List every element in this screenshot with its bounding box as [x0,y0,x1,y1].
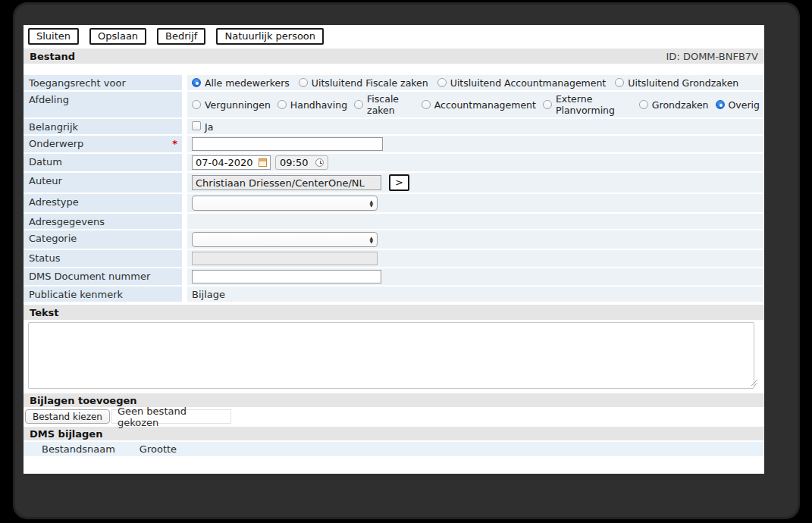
label-text: Adresgegevens [29,216,105,227]
radio-overig[interactable]: Overig [716,99,760,111]
field-value: 07-04-2020 09:50 [187,154,764,171]
label-text: Adrestype [29,196,79,208]
field-label: Adresgegevens [24,214,182,229]
dms-document-nummer-input[interactable] [192,270,381,283]
radio-label: Externe Planvorming [556,93,632,116]
label-text: Afdeling [29,94,69,105]
status-input [192,252,378,265]
date-value: 07-04-2020 [196,157,253,168]
field-value: Alle medewerkers Uitsluitend Fiscale zak… [187,75,764,90]
required-marker: * [172,138,177,149]
time-input[interactable]: 09:50 [275,155,328,170]
tekst-area-wrap [28,322,760,389]
date-input[interactable]: 07-04-2020 [192,155,271,170]
radio-label: Overig [729,99,760,111]
form-row-adrestype: Adrestype ▲▼ [24,194,764,212]
field-value: Bijlage [187,287,764,302]
radio-uitsluitend-grondzaken[interactable]: Uitsluitend Grondzaken [615,77,738,89]
section-title-dms-bijlagen: DMS bijlagen [30,428,102,440]
radio-icon[interactable] [543,100,552,109]
radio-label: Handhaving [290,99,347,111]
field-value: ▲▼ [187,230,764,249]
time-value: 09:50 [280,157,308,168]
radio-externe-planvorming[interactable]: Externe Planvorming [543,93,632,116]
calendar-icon[interactable] [259,158,267,167]
sluiten-button[interactable]: Sluiten [28,28,79,45]
toolbar: Sluiten Opslaan Bedrijf Natuurlijk perso… [28,28,764,45]
dms-column-grootte: Grootte [140,443,177,455]
form-row-datum: Datum 07-04-2020 09:50 [24,154,764,171]
label-text: Datum [29,156,62,168]
radio-grondzaken[interactable]: Grondzaken [639,99,709,111]
field-value [187,268,764,285]
onderwerp-input[interactable] [192,137,383,151]
belangrijk-checkbox[interactable] [192,121,201,130]
form-row-publicatie-kenmerk: Publicatie kenmerk Bijlage [24,287,764,302]
bestand-kiezen-button[interactable]: Bestand kiezen [25,409,110,424]
radio-icon[interactable] [192,78,201,87]
radio-label: Uitsluitend Accountmanagement [450,77,607,89]
radio-icon[interactable] [639,100,648,109]
radio-icon[interactable] [354,100,363,109]
field-label: Onderwerp * [24,136,182,152]
label-text: Auteur [29,175,62,186]
radio-icon[interactable] [716,100,725,109]
field-value: > [187,173,764,193]
field-label: Status [24,250,182,267]
no-file-chosen-text: Geen bestand gekozen [111,409,231,424]
datetime-group: 07-04-2020 09:50 [192,155,328,170]
radio-handhaving[interactable]: Handhaving [277,99,347,111]
radio-label: Vergunningen [205,99,271,111]
radio-icon[interactable] [277,100,287,109]
field-label: Auteur [24,173,182,193]
field-value [187,136,764,152]
field-value: ▲▼ [187,194,764,212]
radio-label: Uitsluitend Fiscale zaken [312,77,428,89]
label-text: Publicatie kenmerk [29,289,123,300]
label-text: Status [29,252,60,264]
radio-icon[interactable] [615,78,624,87]
radio-uitsluitend-fiscale-zaken[interactable]: Uitsluitend Fiscale zaken [299,77,428,89]
radio-vergunningen[interactable]: Vergunningen [192,99,271,111]
form-row-categorie: Categorie ▲▼ [24,230,764,249]
form-row-belangrijk: Belangrijk Ja [24,119,764,134]
field-label: Afdeling [24,92,182,117]
radio-label: Uitsluitend Grondzaken [628,77,738,89]
adrestype-select[interactable]: ▲▼ [192,196,378,211]
field-label: Toegangsrecht voor [24,75,182,90]
form-row-dms-document-nummer: DMS Document nummer [24,268,764,285]
field-label: Belangrijk [24,119,182,134]
checkbox-label: Ja [205,121,213,133]
field-label: Publicatie kenmerk [24,287,182,302]
radio-label: Accountmanagement [434,99,536,111]
natuurlijk-persoon-button[interactable]: Natuurlijk persoon [216,28,324,45]
radio-icon[interactable] [422,100,431,109]
radio-label: Fiscale zaken [367,93,415,116]
label-text: DMS Document nummer [29,271,150,282]
radio-icon[interactable] [192,100,201,109]
clock-icon[interactable] [315,158,324,167]
radio-uitsluitend-accountmanagement[interactable]: Uitsluitend Accountmanagement [437,77,607,89]
field-value [187,214,764,229]
form-row-onderwerp: Onderwerp * [24,136,764,152]
form-row-afdeling: Afdeling Vergunningen Handhaving Fiscale… [24,92,764,117]
dms-table-header: Bestandsnaam Grootte [24,442,764,456]
radio-alle-medewerkers[interactable]: Alle medewerkers [192,77,290,89]
radio-fiscale-zaken[interactable]: Fiscale zaken [354,93,415,116]
opslaan-button[interactable]: Opslaan [89,28,146,45]
radio-icon[interactable] [437,78,447,87]
field-label: Categorie [24,230,182,249]
file-input-row: Bestand kiezen Geen bestand gekozen [25,409,764,424]
auteur-picker-button[interactable]: > [389,174,409,191]
tekst-textarea[interactable] [28,322,754,389]
radio-accountmanagement[interactable]: Accountmanagement [422,99,536,111]
categorie-select[interactable]: ▲▼ [192,232,378,247]
bedrijf-button[interactable]: Bedrijf [157,28,205,45]
field-label: Adrestype [24,194,182,212]
select-arrows-icon: ▲▼ [369,236,373,243]
radio-icon[interactable] [299,78,308,87]
field-label: Datum [24,154,182,171]
section-bar-bestand: Bestand ID: DOMM-BNFB7V [24,49,764,64]
field-value: Ja [187,119,764,134]
form-panel: Sluiten Opslaan Bedrijf Natuurlijk perso… [24,25,764,474]
